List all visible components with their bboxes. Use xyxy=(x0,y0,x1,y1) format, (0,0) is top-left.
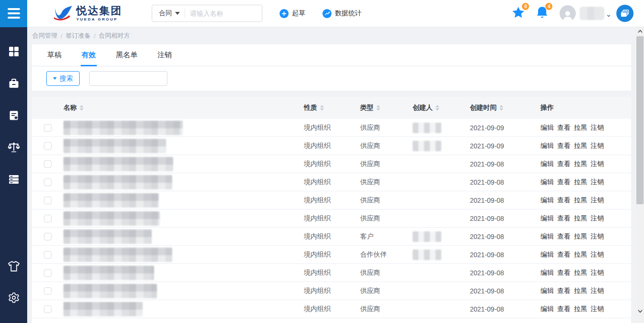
search-category-dropdown[interactable]: 合同 xyxy=(152,9,185,18)
action-拉黑[interactable]: 拉黑 xyxy=(574,124,587,132)
actions-cell: 编辑查看拉黑注销 xyxy=(540,250,631,259)
action-注销[interactable]: 注销 xyxy=(591,178,604,187)
action-查看[interactable]: 查看 xyxy=(557,214,571,223)
row-checkbox[interactable] xyxy=(44,233,52,240)
row-checkbox[interactable] xyxy=(44,215,52,222)
filter-input[interactable] xyxy=(89,71,167,86)
action-编辑[interactable]: 编辑 xyxy=(540,269,554,277)
notifications-button[interactable]: 4 xyxy=(536,6,548,21)
actions-cell: 编辑查看拉黑注销 xyxy=(540,178,631,187)
sidebar-item-archives[interactable] xyxy=(0,168,27,190)
favorites-button[interactable]: 0 xyxy=(512,6,525,21)
action-编辑[interactable]: 编辑 xyxy=(540,232,554,241)
action-拉黑[interactable]: 拉黑 xyxy=(574,178,587,187)
column-header-创建时间[interactable]: 创建时间 xyxy=(470,104,540,112)
action-拉黑[interactable]: 拉黑 xyxy=(574,287,587,295)
action-注销[interactable]: 注销 xyxy=(591,214,604,223)
row-checkbox[interactable] xyxy=(44,178,52,186)
scrollbar-thumb[interactable] xyxy=(636,36,644,204)
action-编辑[interactable]: 编辑 xyxy=(540,178,554,187)
row-checkbox[interactable] xyxy=(44,197,52,204)
action-编辑[interactable]: 编辑 xyxy=(540,305,554,313)
row-checkbox[interactable] xyxy=(44,124,52,132)
draft-button[interactable]: 起草 xyxy=(280,9,305,18)
breadcrumb-item[interactable]: 合同相对方 xyxy=(99,31,130,40)
action-拉黑[interactable]: 拉黑 xyxy=(574,269,587,277)
action-注销[interactable]: 注销 xyxy=(591,196,604,205)
action-注销[interactable]: 注销 xyxy=(591,160,604,168)
statistics-button[interactable]: 数据统计 xyxy=(322,9,362,18)
action-编辑[interactable]: 编辑 xyxy=(540,250,554,259)
action-拉黑[interactable]: 拉黑 xyxy=(574,250,587,259)
user-avatar[interactable] xyxy=(560,5,576,21)
column-header-类型[interactable]: 类型 xyxy=(360,104,413,112)
action-编辑[interactable]: 编辑 xyxy=(540,214,554,223)
action-查看[interactable]: 查看 xyxy=(557,232,571,241)
action-拉黑[interactable]: 拉黑 xyxy=(574,232,587,241)
action-注销[interactable]: 注销 xyxy=(591,269,604,277)
action-查看[interactable]: 查看 xyxy=(557,124,571,132)
sort-icon[interactable] xyxy=(80,105,83,111)
row-checkbox[interactable] xyxy=(44,142,52,150)
name-redacted xyxy=(63,157,173,171)
action-查看[interactable]: 查看 xyxy=(557,142,571,150)
action-查看[interactable]: 查看 xyxy=(557,160,571,168)
chevron-down-icon[interactable]: ⌄ xyxy=(605,10,612,19)
search-button[interactable]: 搜索 xyxy=(46,71,80,86)
action-编辑[interactable]: 编辑 xyxy=(540,160,554,168)
action-查看[interactable]: 查看 xyxy=(557,196,571,205)
sidebar-item-theme[interactable] xyxy=(0,255,27,277)
scroll-down-arrow[interactable] xyxy=(636,307,644,315)
action-查看[interactable]: 查看 xyxy=(557,269,571,277)
sort-icon[interactable] xyxy=(320,105,324,111)
action-拉黑[interactable]: 拉黑 xyxy=(574,160,587,168)
action-注销[interactable]: 注销 xyxy=(591,250,604,259)
column-header-名称[interactable]: 名称 xyxy=(63,104,304,112)
column-header-性质[interactable]: 性质 xyxy=(304,104,360,112)
action-拉黑[interactable]: 拉黑 xyxy=(574,305,587,313)
action-查看[interactable]: 查看 xyxy=(557,178,571,187)
sidebar-item-dashboard[interactable] xyxy=(0,41,27,63)
action-编辑[interactable]: 编辑 xyxy=(540,196,554,205)
breadcrumb-item[interactable]: 合同管理 xyxy=(32,31,57,40)
sort-icon[interactable] xyxy=(499,105,503,111)
action-注销[interactable]: 注销 xyxy=(591,305,604,313)
action-查看[interactable]: 查看 xyxy=(557,287,571,295)
tab-注销[interactable]: 注销 xyxy=(156,45,173,66)
tab-有效[interactable]: 有效 xyxy=(81,45,97,66)
action-拉黑[interactable]: 拉黑 xyxy=(574,142,587,150)
sidebar-item-settings[interactable] xyxy=(0,287,27,309)
action-注销[interactable]: 注销 xyxy=(591,287,604,295)
row-checkbox[interactable] xyxy=(44,305,52,313)
action-查看[interactable]: 查看 xyxy=(557,250,571,259)
column-header-创建人[interactable]: 创建人 xyxy=(413,104,470,112)
row-checkbox[interactable] xyxy=(44,287,52,295)
sidebar-item-business[interactable] xyxy=(0,73,27,94)
global-search-input[interactable] xyxy=(185,10,262,17)
row-checkbox[interactable] xyxy=(44,160,52,168)
table-row: 境内组织供应商2021-09-08编辑查看拉黑注销 xyxy=(32,300,631,318)
tab-黑名单[interactable]: 黑名单 xyxy=(115,45,138,66)
row-checkbox[interactable] xyxy=(44,251,52,259)
sort-icon[interactable] xyxy=(376,105,380,111)
action-编辑[interactable]: 编辑 xyxy=(540,124,554,132)
tab-草稿[interactable]: 草稿 xyxy=(46,45,62,66)
action-注销[interactable]: 注销 xyxy=(591,232,604,241)
sidebar-item-contracts[interactable] xyxy=(0,104,27,126)
scroll-up-arrow[interactable] xyxy=(636,27,644,35)
row-checkbox[interactable] xyxy=(44,269,52,277)
vertical-scrollbar[interactable] xyxy=(636,27,644,323)
action-注销[interactable]: 注销 xyxy=(591,124,604,132)
hamburger-menu-button[interactable] xyxy=(0,0,27,27)
column-label: 创建时间 xyxy=(470,104,497,112)
sort-icon[interactable] xyxy=(436,105,439,111)
action-拉黑[interactable]: 拉黑 xyxy=(574,196,587,205)
action-编辑[interactable]: 编辑 xyxy=(540,287,554,295)
sidebar-item-legal[interactable] xyxy=(0,136,27,158)
action-拉黑[interactable]: 拉黑 xyxy=(574,214,587,223)
action-查看[interactable]: 查看 xyxy=(557,305,571,313)
action-编辑[interactable]: 编辑 xyxy=(540,142,554,150)
apps-button[interactable] xyxy=(616,5,634,22)
breadcrumb-item[interactable]: 签订准备 xyxy=(66,31,91,40)
action-注销[interactable]: 注销 xyxy=(591,142,604,150)
